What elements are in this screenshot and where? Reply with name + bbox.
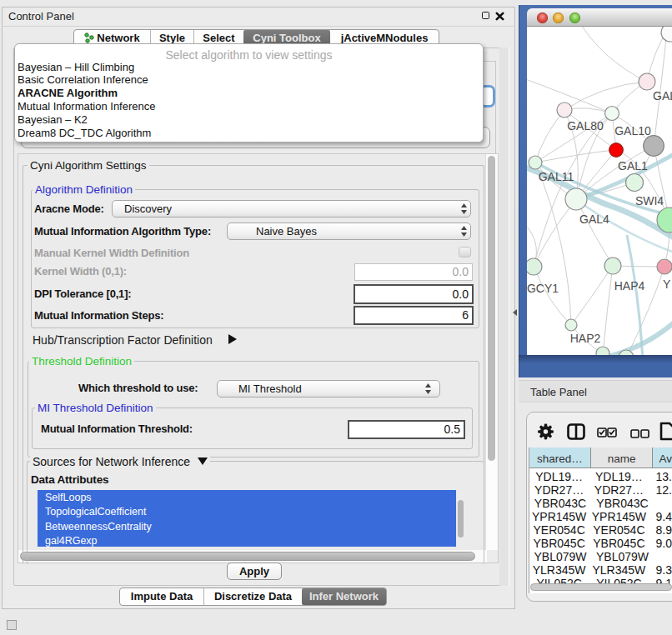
svg-text:Y: Y: [663, 278, 671, 291]
svg-text:GAL80: GAL80: [567, 119, 604, 132]
svg-text:GAL1: GAL1: [618, 159, 648, 172]
svg-text:GAL10: GAL10: [614, 124, 651, 138]
svg-text:GAL7: GAL7: [653, 89, 672, 102]
svg-text:GCY1: GCY1: [527, 282, 559, 295]
svg-text:HAP2: HAP2: [570, 332, 601, 345]
svg-text:GAL4: GAL4: [579, 212, 609, 226]
svg-text:HAP4: HAP4: [614, 279, 645, 292]
svg-text:GAL11: GAL11: [539, 170, 574, 183]
svg-text:SWI4: SWI4: [635, 194, 664, 208]
